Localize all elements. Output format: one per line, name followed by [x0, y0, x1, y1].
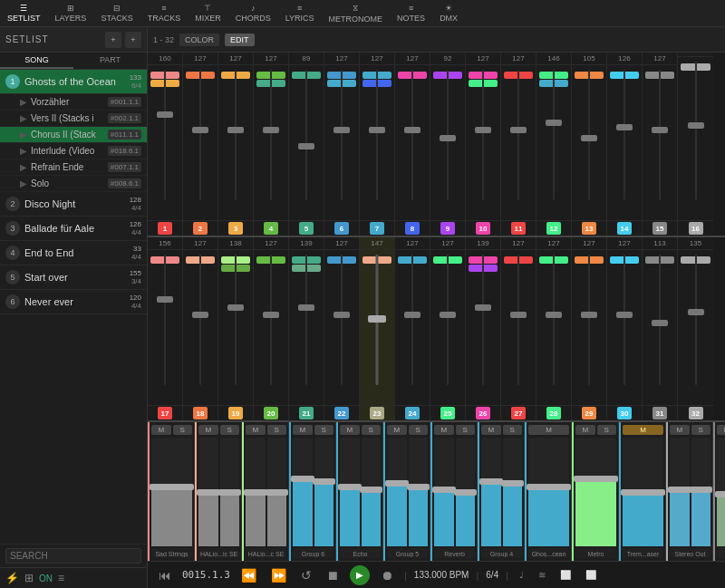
mute-btn-11[interactable]: M — [623, 425, 663, 435]
extra-button[interactable]: ⬜ — [582, 568, 600, 582]
fader-handle-32[interactable] — [688, 309, 704, 315]
fader-handle-17[interactable] — [157, 296, 173, 303]
search-input[interactable] — [5, 548, 141, 564]
mute-btn-2[interactable]: M — [198, 425, 218, 435]
fader-handle-25[interactable] — [440, 312, 456, 318]
mixer-fader-6[interactable] — [385, 480, 409, 487]
stop-button[interactable]: ⏹ — [323, 566, 343, 584]
layers-nav[interactable]: ⊞ LAYERS — [55, 4, 87, 23]
edit-button[interactable]: EDIT — [225, 34, 255, 46]
solo-btn-8[interactable]: S — [503, 425, 523, 435]
part-tab[interactable]: PART — [73, 53, 147, 69]
mute-btn-3[interactable]: M — [246, 425, 266, 435]
section-item-vorzahler[interactable]: ▶ Vorzähler #001.1.1 — [0, 94, 147, 111]
fader-handle-16[interactable] — [688, 122, 704, 129]
fader-handle-19[interactable] — [227, 304, 244, 311]
mute-btn-10[interactable]: M — [575, 425, 595, 435]
section-item-chorus2[interactable]: ▶ Chorus II (Stack #011.1.1 — [0, 127, 147, 143]
solo-btn-6[interactable]: S — [409, 425, 429, 435]
fader-handle-13[interactable] — [581, 135, 597, 141]
eq-button[interactable]: ≋ — [535, 568, 549, 582]
stacks-nav[interactable]: ⊟ STACKS — [101, 4, 132, 23]
metronome-nav[interactable]: ⧖ METRONOME — [329, 4, 383, 24]
solo-btn-2[interactable]: S — [220, 425, 240, 435]
fader-handle-27[interactable] — [510, 312, 527, 318]
fader-handle-1[interactable] — [157, 111, 173, 118]
fader-handle-14[interactable] — [616, 124, 633, 130]
mixer-fader-11[interactable] — [621, 489, 665, 496]
play-button[interactable]: ▶ — [350, 565, 370, 585]
solo-btn-12[interactable]: S — [691, 425, 711, 435]
song-item-6[interactable]: 6 Never ever 120 4/4 — [0, 290, 147, 314]
chords-nav[interactable]: ♪ CHORDS — [236, 4, 271, 23]
notes-nav[interactable]: ≡ NOTES — [397, 4, 425, 23]
setlist-nav[interactable]: ☰ SETLIST — [7, 4, 41, 23]
settings-button[interactable]: ⬜ — [556, 568, 575, 582]
fader-handle-9[interactable] — [440, 135, 456, 141]
section-item-solo[interactable]: ▶ Solo #008.6.1 — [0, 176, 147, 192]
mute-btn-8[interactable]: M — [481, 425, 501, 435]
mute-btn-12[interactable]: M — [670, 425, 690, 435]
fader-handle-2[interactable] — [192, 127, 208, 133]
fader-handle-22[interactable] — [334, 312, 350, 318]
song-item-5[interactable]: 5 Start over 155 3/4 — [0, 265, 147, 290]
song-item-2[interactable]: 2 Disco Night 128 4/4 — [0, 192, 147, 217]
fader-handle-23[interactable] — [368, 315, 386, 323]
mixer-nav[interactable]: ⊤ MIXER — [195, 4, 221, 23]
fader-handle-18[interactable] — [192, 312, 208, 318]
dmx-nav[interactable]: ☀ DMX — [440, 4, 458, 23]
fader-handle-28[interactable] — [546, 312, 562, 318]
grid-icon[interactable]: ⊞ — [24, 572, 34, 584]
add-song-button[interactable]: + — [105, 32, 121, 48]
fader-handle-20[interactable] — [263, 312, 279, 318]
fader-handle-24[interactable] — [404, 312, 420, 318]
fader-handle-30[interactable] — [616, 312, 633, 318]
fader-handle-15[interactable] — [652, 127, 668, 133]
fader-handle-6[interactable] — [334, 127, 350, 133]
fader-handle-29[interactable] — [581, 312, 597, 318]
mixer-fader-1[interactable] — [150, 484, 194, 490]
loop-button[interactable]: ↺ — [297, 566, 315, 584]
mixer-fader-2[interactable] — [197, 489, 220, 496]
record-button[interactable]: ⏺ — [377, 566, 397, 584]
mixer-fader-5[interactable] — [338, 484, 362, 490]
tuner-button[interactable]: ♩ — [516, 568, 527, 582]
solo-btn-5[interactable]: S — [362, 425, 382, 435]
mute-btn-9[interactable]: M — [528, 425, 569, 435]
mute-btn-4[interactable]: M — [293, 425, 313, 435]
solo-btn-10[interactable]: S — [597, 425, 617, 435]
mute-btn-5[interactable]: M — [340, 425, 360, 435]
fast-forward-button[interactable]: ⏩ — [267, 566, 290, 584]
fader-handle-12[interactable] — [546, 120, 562, 126]
fader-handle-4[interactable] — [263, 127, 279, 133]
mixer-fader-12[interactable] — [668, 487, 691, 493]
lyrics-nav[interactable]: ≡ LYRICS — [285, 4, 314, 23]
fader-handle-3[interactable] — [227, 127, 244, 133]
solo-btn-4[interactable]: S — [314, 425, 334, 435]
add-part-button[interactable]: + — [125, 32, 141, 48]
tracks-nav[interactable]: ≡ TRACKS — [148, 4, 181, 23]
section-item-interlude[interactable]: ▶ Interlude (Video #018.6.1 — [0, 143, 147, 159]
solo-btn-3[interactable]: S — [267, 425, 287, 435]
song-tab[interactable]: SONG — [0, 53, 73, 69]
mute-btn-6[interactable]: M — [387, 425, 407, 435]
fader-handle-5[interactable] — [298, 143, 314, 149]
section-item-vers2[interactable]: ▶ Vers II (Stacks i #002.1.1 — [0, 111, 147, 127]
mixer-fader-3[interactable] — [244, 489, 267, 496]
solo-btn-7[interactable]: S — [456, 425, 476, 435]
lightning-icon[interactable]: ⚡ — [5, 572, 19, 584]
song-item-3[interactable]: 3 Ballade für Aale 126 4/4 — [0, 217, 147, 241]
mute-btn-7[interactable]: M — [434, 425, 454, 435]
fader-handle-31[interactable] — [652, 320, 668, 326]
mixer-fader-7[interactable] — [432, 487, 456, 493]
mixer-fader-13[interactable] — [715, 491, 725, 497]
menu-icon[interactable]: ≡ — [58, 572, 64, 584]
mixer-fader-10[interactable] — [574, 476, 618, 482]
song-item-1[interactable]: 1 Ghosts of the Ocean 133 6/4 — [0, 70, 147, 94]
mixer-fader-8[interactable] — [479, 478, 503, 485]
fader-handle-10[interactable] — [475, 127, 491, 133]
song-item-4[interactable]: 4 End to End 33 4/4 — [0, 241, 147, 265]
mixer-fader-4[interactable] — [291, 476, 314, 482]
fader-handle-7[interactable] — [369, 127, 385, 133]
color-button[interactable]: COLOR — [179, 34, 219, 46]
